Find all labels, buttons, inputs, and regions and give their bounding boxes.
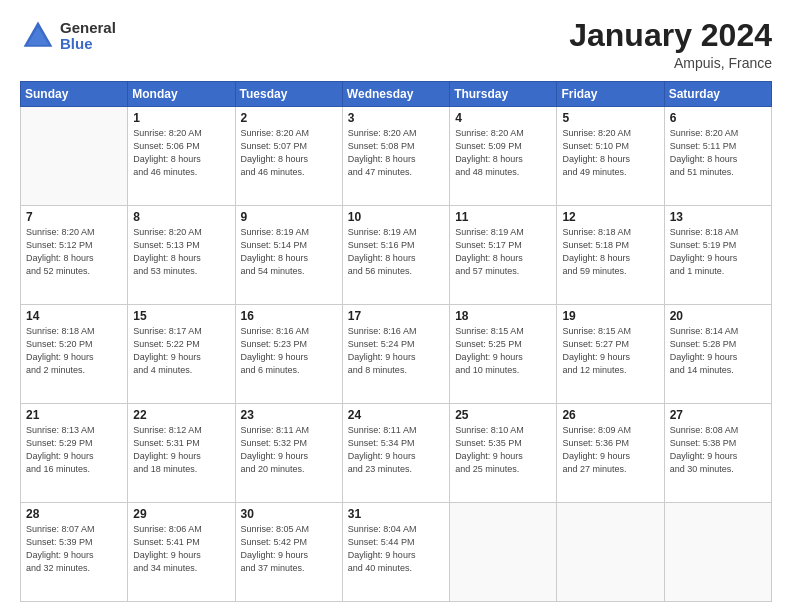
day-info: Sunrise: 8:08 AM Sunset: 5:38 PM Dayligh… [670,424,766,476]
logo-blue-label: Blue [60,36,116,53]
day-number: 7 [26,210,122,224]
day-number: 22 [133,408,229,422]
logo-icon [20,18,56,54]
day-number: 5 [562,111,658,125]
table-row: 27Sunrise: 8:08 AM Sunset: 5:38 PM Dayli… [664,404,771,503]
week-row-3: 14Sunrise: 8:18 AM Sunset: 5:20 PM Dayli… [21,305,772,404]
title-block: January 2024 Ampuis, France [569,18,772,71]
day-info: Sunrise: 8:20 AM Sunset: 5:11 PM Dayligh… [670,127,766,179]
day-number: 21 [26,408,122,422]
header-tuesday: Tuesday [235,82,342,107]
day-info: Sunrise: 8:05 AM Sunset: 5:42 PM Dayligh… [241,523,337,575]
table-row: 26Sunrise: 8:09 AM Sunset: 5:36 PM Dayli… [557,404,664,503]
header-friday: Friday [557,82,664,107]
day-number: 6 [670,111,766,125]
table-row: 12Sunrise: 8:18 AM Sunset: 5:18 PM Dayli… [557,206,664,305]
header-thursday: Thursday [450,82,557,107]
day-info: Sunrise: 8:10 AM Sunset: 5:35 PM Dayligh… [455,424,551,476]
table-row: 1Sunrise: 8:20 AM Sunset: 5:06 PM Daylig… [128,107,235,206]
day-info: Sunrise: 8:20 AM Sunset: 5:09 PM Dayligh… [455,127,551,179]
day-number: 26 [562,408,658,422]
logo-text: General Blue [60,20,116,53]
day-info: Sunrise: 8:12 AM Sunset: 5:31 PM Dayligh… [133,424,229,476]
day-info: Sunrise: 8:19 AM Sunset: 5:16 PM Dayligh… [348,226,444,278]
table-row: 30Sunrise: 8:05 AM Sunset: 5:42 PM Dayli… [235,503,342,602]
day-number: 4 [455,111,551,125]
day-number: 28 [26,507,122,521]
day-info: Sunrise: 8:19 AM Sunset: 5:14 PM Dayligh… [241,226,337,278]
weekday-header-row: Sunday Monday Tuesday Wednesday Thursday… [21,82,772,107]
header: General Blue January 2024 Ampuis, France [20,18,772,71]
day-number: 14 [26,309,122,323]
day-number: 11 [455,210,551,224]
table-row [450,503,557,602]
table-row: 23Sunrise: 8:11 AM Sunset: 5:32 PM Dayli… [235,404,342,503]
day-info: Sunrise: 8:20 AM Sunset: 5:12 PM Dayligh… [26,226,122,278]
table-row: 28Sunrise: 8:07 AM Sunset: 5:39 PM Dayli… [21,503,128,602]
header-wednesday: Wednesday [342,82,449,107]
week-row-1: 1Sunrise: 8:20 AM Sunset: 5:06 PM Daylig… [21,107,772,206]
table-row [664,503,771,602]
day-number: 18 [455,309,551,323]
day-number: 8 [133,210,229,224]
table-row [21,107,128,206]
table-row: 5Sunrise: 8:20 AM Sunset: 5:10 PM Daylig… [557,107,664,206]
table-row: 2Sunrise: 8:20 AM Sunset: 5:07 PM Daylig… [235,107,342,206]
day-info: Sunrise: 8:20 AM Sunset: 5:13 PM Dayligh… [133,226,229,278]
header-monday: Monday [128,82,235,107]
table-row: 4Sunrise: 8:20 AM Sunset: 5:09 PM Daylig… [450,107,557,206]
day-number: 15 [133,309,229,323]
day-number: 20 [670,309,766,323]
table-row: 13Sunrise: 8:18 AM Sunset: 5:19 PM Dayli… [664,206,771,305]
week-row-2: 7Sunrise: 8:20 AM Sunset: 5:12 PM Daylig… [21,206,772,305]
day-info: Sunrise: 8:11 AM Sunset: 5:32 PM Dayligh… [241,424,337,476]
day-info: Sunrise: 8:20 AM Sunset: 5:08 PM Dayligh… [348,127,444,179]
day-number: 2 [241,111,337,125]
day-info: Sunrise: 8:14 AM Sunset: 5:28 PM Dayligh… [670,325,766,377]
table-row: 11Sunrise: 8:19 AM Sunset: 5:17 PM Dayli… [450,206,557,305]
day-number: 30 [241,507,337,521]
table-row: 31Sunrise: 8:04 AM Sunset: 5:44 PM Dayli… [342,503,449,602]
page: General Blue January 2024 Ampuis, France… [0,0,792,612]
day-number: 24 [348,408,444,422]
table-row [557,503,664,602]
day-number: 31 [348,507,444,521]
table-row: 7Sunrise: 8:20 AM Sunset: 5:12 PM Daylig… [21,206,128,305]
day-number: 23 [241,408,337,422]
day-number: 10 [348,210,444,224]
table-row: 16Sunrise: 8:16 AM Sunset: 5:23 PM Dayli… [235,305,342,404]
week-row-4: 21Sunrise: 8:13 AM Sunset: 5:29 PM Dayli… [21,404,772,503]
day-info: Sunrise: 8:18 AM Sunset: 5:18 PM Dayligh… [562,226,658,278]
table-row: 24Sunrise: 8:11 AM Sunset: 5:34 PM Dayli… [342,404,449,503]
table-row: 10Sunrise: 8:19 AM Sunset: 5:16 PM Dayli… [342,206,449,305]
table-row: 14Sunrise: 8:18 AM Sunset: 5:20 PM Dayli… [21,305,128,404]
day-info: Sunrise: 8:15 AM Sunset: 5:25 PM Dayligh… [455,325,551,377]
day-number: 29 [133,507,229,521]
day-info: Sunrise: 8:18 AM Sunset: 5:20 PM Dayligh… [26,325,122,377]
day-info: Sunrise: 8:18 AM Sunset: 5:19 PM Dayligh… [670,226,766,278]
day-info: Sunrise: 8:15 AM Sunset: 5:27 PM Dayligh… [562,325,658,377]
table-row: 17Sunrise: 8:16 AM Sunset: 5:24 PM Dayli… [342,305,449,404]
day-info: Sunrise: 8:16 AM Sunset: 5:24 PM Dayligh… [348,325,444,377]
table-row: 20Sunrise: 8:14 AM Sunset: 5:28 PM Dayli… [664,305,771,404]
day-info: Sunrise: 8:13 AM Sunset: 5:29 PM Dayligh… [26,424,122,476]
calendar-location: Ampuis, France [569,55,772,71]
calendar-title: January 2024 [569,18,772,53]
day-number: 17 [348,309,444,323]
day-info: Sunrise: 8:11 AM Sunset: 5:34 PM Dayligh… [348,424,444,476]
table-row: 22Sunrise: 8:12 AM Sunset: 5:31 PM Dayli… [128,404,235,503]
day-info: Sunrise: 8:20 AM Sunset: 5:06 PM Dayligh… [133,127,229,179]
day-number: 3 [348,111,444,125]
table-row: 18Sunrise: 8:15 AM Sunset: 5:25 PM Dayli… [450,305,557,404]
day-number: 9 [241,210,337,224]
day-info: Sunrise: 8:04 AM Sunset: 5:44 PM Dayligh… [348,523,444,575]
week-row-5: 28Sunrise: 8:07 AM Sunset: 5:39 PM Dayli… [21,503,772,602]
day-number: 12 [562,210,658,224]
day-number: 27 [670,408,766,422]
day-info: Sunrise: 8:20 AM Sunset: 5:07 PM Dayligh… [241,127,337,179]
logo-general-label: General [60,20,116,37]
header-saturday: Saturday [664,82,771,107]
table-row: 3Sunrise: 8:20 AM Sunset: 5:08 PM Daylig… [342,107,449,206]
table-row: 25Sunrise: 8:10 AM Sunset: 5:35 PM Dayli… [450,404,557,503]
table-row: 15Sunrise: 8:17 AM Sunset: 5:22 PM Dayli… [128,305,235,404]
